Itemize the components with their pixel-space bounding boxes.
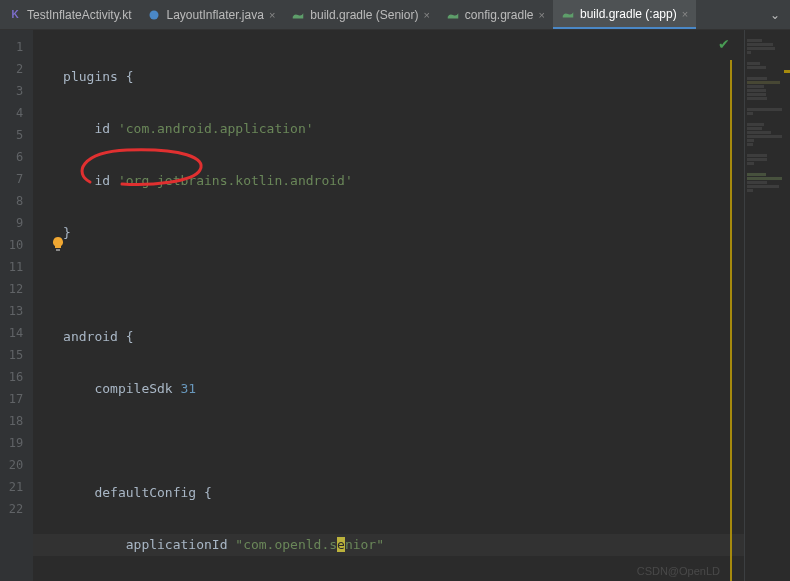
tab-layout-inflater[interactable]: LayoutInflater.java ×: [139, 0, 283, 29]
close-icon[interactable]: ×: [423, 9, 429, 21]
tab-label: build.gradle (Senior): [310, 8, 418, 22]
line-number: 7: [0, 168, 33, 190]
line-number: 20: [0, 454, 33, 476]
svg-rect-1: [56, 249, 60, 251]
line-number: 5: [0, 124, 33, 146]
gradle-icon: [561, 7, 575, 21]
kotlin-icon: [8, 8, 22, 22]
tab-config-gradle[interactable]: config.gradle ×: [438, 0, 553, 29]
inspection-ok-icon[interactable]: ✔: [718, 36, 730, 52]
line-number: 19: [0, 432, 33, 454]
line-number: 16: [0, 366, 33, 388]
svg-point-0: [150, 10, 159, 19]
line-number: 13: [0, 300, 33, 322]
line-number: 10: [0, 234, 33, 256]
tabs-overflow-button[interactable]: ⌄: [760, 8, 790, 22]
line-number: 18: [0, 410, 33, 432]
right-margin-line: [730, 60, 732, 581]
line-number: 12: [0, 278, 33, 300]
gradle-icon: [291, 8, 305, 22]
tab-test-inflate-activity[interactable]: TestInflateActivity.kt: [0, 0, 139, 29]
line-number: 21: [0, 476, 33, 498]
code-area[interactable]: plugins { id 'com.android.application' i…: [33, 30, 744, 581]
line-number: 14: [0, 322, 33, 344]
line-gutter: 1 2 3 4 5 6 7 8 9 10 11 12 13 14 15 16 1…: [0, 30, 33, 581]
tab-label: build.gradle (:app): [580, 7, 677, 21]
tab-label: TestInflateActivity.kt: [27, 8, 131, 22]
line-number: 9: [0, 212, 33, 234]
editor: 1 2 3 4 5 6 7 8 9 10 11 12 13 14 15 16 1…: [0, 30, 790, 581]
line-number: 1: [0, 36, 33, 58]
line-number: 3: [0, 80, 33, 102]
close-icon[interactable]: ×: [682, 8, 688, 20]
tab-label: config.gradle: [465, 8, 534, 22]
tab-build-gradle-app[interactable]: build.gradle (:app) ×: [553, 0, 696, 29]
line-number: 2: [0, 58, 33, 80]
watermark-text: CSDN@OpenLD: [637, 565, 720, 577]
line-number: 8: [0, 190, 33, 212]
tab-build-gradle-senior[interactable]: build.gradle (Senior) ×: [283, 0, 438, 29]
minimap[interactable]: [744, 30, 782, 581]
line-number: 22: [0, 498, 33, 520]
line-number: 11: [0, 256, 33, 278]
intention-bulb-icon[interactable]: [50, 236, 66, 252]
editor-tabs: TestInflateActivity.kt LayoutInflater.ja…: [0, 0, 790, 30]
gradle-icon: [446, 8, 460, 22]
close-icon[interactable]: ×: [269, 9, 275, 21]
line-number: 17: [0, 388, 33, 410]
line-number: 15: [0, 344, 33, 366]
java-icon: [147, 8, 161, 22]
line-number: 4: [0, 102, 33, 124]
tab-label: LayoutInflater.java: [166, 8, 263, 22]
close-icon[interactable]: ×: [539, 9, 545, 21]
line-number: 6: [0, 146, 33, 168]
error-stripe[interactable]: [782, 30, 790, 581]
